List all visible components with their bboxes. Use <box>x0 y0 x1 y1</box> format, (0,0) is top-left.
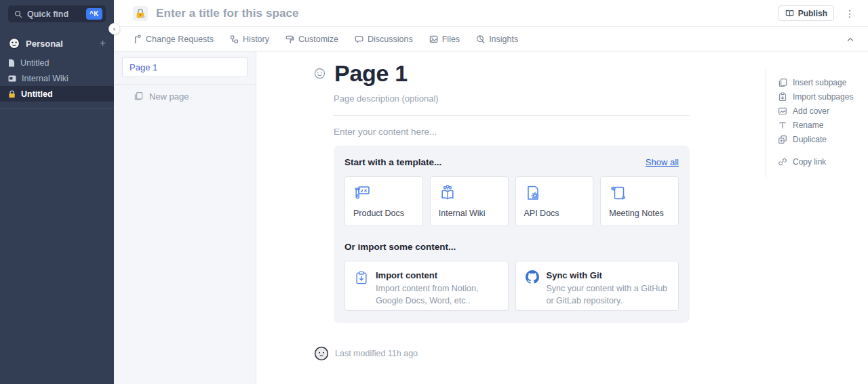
rename-text-icon <box>778 121 787 130</box>
rename-action[interactable]: Rename <box>778 118 868 132</box>
sidebar-item-untitled-1[interactable]: Untitled <box>0 55 114 70</box>
chevron-left-icon: ‹ <box>113 26 115 33</box>
wiki-icon <box>8 75 16 82</box>
page-list-item-active[interactable]: Page 1 <box>122 57 248 77</box>
publish-label: Publish <box>798 9 827 18</box>
sync-with-git-card[interactable]: Sync with Git Sync your content with a G… <box>515 261 679 311</box>
quick-find-shortcut-badge: ^K <box>86 8 102 20</box>
main-area: Enter a title for this space Publish ⋮ C… <box>114 0 868 384</box>
copy-link-icon <box>778 157 787 167</box>
add-cover-action[interactable]: Add cover <box>778 104 868 118</box>
tab-label: Insights <box>489 35 518 44</box>
import-card-title: Import content <box>376 270 498 280</box>
action-label: Rename <box>793 121 823 130</box>
import-cards-row: Import content Import content from Notio… <box>344 261 679 311</box>
change-requests-icon <box>133 35 142 44</box>
lock-icon <box>8 90 16 98</box>
space-header: Enter a title for this space Publish ⋮ <box>114 0 868 27</box>
action-label: Add cover <box>793 106 829 116</box>
tab-label: Files <box>442 35 460 44</box>
sidebar-item-untitled-2-selected[interactable]: Untitled <box>0 86 114 102</box>
tab-history[interactable]: History <box>230 35 269 44</box>
template-card-api-docs[interactable]: API Docs <box>515 176 594 226</box>
sidebar-item-label: Internal Wiki <box>22 74 68 83</box>
action-label: Copy link <box>793 157 826 167</box>
app-window: Quick find ^K Personal + Untitled Intern… <box>0 0 868 384</box>
duplicate-action[interactable]: Duplicate <box>778 132 868 146</box>
tab-customize[interactable]: Customize <box>285 35 338 44</box>
content-placeholder[interactable]: Enter your content here... <box>334 127 690 137</box>
author-avatar <box>314 346 329 361</box>
action-label: Import subpages <box>793 92 853 102</box>
import-subpages-icon <box>778 92 787 102</box>
template-card-label: Meeting Notes <box>609 209 670 218</box>
page-title[interactable]: Page 1 <box>334 60 408 87</box>
collapse-sidebar-button[interactable]: ‹ <box>108 23 120 35</box>
import-card-subtitle: Sync your content with a GitHub or GitLa… <box>547 282 669 307</box>
page-description-input[interactable]: Page description (optional) <box>334 93 690 104</box>
speech-bubble-icon <box>355 35 363 44</box>
show-all-link[interactable]: Show all <box>646 157 679 167</box>
image-icon <box>429 35 438 44</box>
product-docs-icon <box>353 184 414 202</box>
insert-subpage-icon <box>778 78 787 87</box>
space-title-input[interactable]: Enter a title for this space <box>156 7 778 20</box>
more-options-button[interactable]: ⋮ <box>845 9 854 18</box>
sidebar-page-list: Untitled Internal Wiki Untitled <box>0 55 114 102</box>
copy-link-action[interactable]: Copy link <box>778 154 868 169</box>
chevron-up-icon <box>846 37 854 42</box>
tab-insights[interactable]: Insights <box>476 35 518 44</box>
sidebar-divider <box>0 108 114 109</box>
personal-avatar-icon <box>8 37 20 49</box>
last-modified-text: Last modified 11h ago <box>335 349 418 358</box>
import-card-title: Sync with Git <box>547 270 669 280</box>
active-page-label: Page 1 <box>130 62 157 72</box>
new-page-label: New page <box>149 91 189 102</box>
tab-discussions[interactable]: Discussions <box>355 35 413 44</box>
template-card-label: Internal Wiki <box>439 209 500 218</box>
space-name: Personal <box>26 39 94 49</box>
github-icon <box>526 270 539 301</box>
action-label: Duplicate <box>793 135 827 144</box>
template-card-meeting-notes[interactable]: Meeting Notes <box>600 176 679 226</box>
sidebar-item-label: Untitled <box>21 89 53 99</box>
quick-find-search[interactable]: Quick find ^K <box>8 5 106 22</box>
tab-label: History <box>243 35 269 44</box>
space-personal[interactable]: Personal + <box>0 36 114 51</box>
tab-change-requests[interactable]: Change Requests <box>133 35 214 44</box>
meeting-notes-icon <box>609 184 670 202</box>
template-card-product-docs[interactable]: Product Docs <box>344 176 423 226</box>
sidebar-item-internal-wiki[interactable]: Internal Wiki <box>0 70 114 86</box>
title-divider <box>334 115 690 116</box>
new-page-button[interactable]: New page <box>114 89 256 104</box>
import-heading: Or import some content... <box>344 242 679 252</box>
history-icon <box>230 35 239 44</box>
space-tabbar: Change Requests History Customize Discus… <box>114 27 868 51</box>
tab-label: Discussions <box>368 35 413 44</box>
duplicate-icon <box>778 135 787 144</box>
insights-chart-icon <box>476 35 485 44</box>
page-list-panel: Page 1 New page <box>114 51 256 384</box>
collapse-header-button[interactable] <box>846 37 854 42</box>
publish-button[interactable]: Publish <box>778 5 834 21</box>
template-card-label: Product Docs <box>353 209 414 218</box>
import-subpages-action[interactable]: Import subpages <box>778 89 868 104</box>
tab-label: Change Requests <box>146 35 214 44</box>
add-page-button[interactable]: + <box>100 38 106 49</box>
tab-files[interactable]: Files <box>429 35 460 44</box>
insert-subpage-action[interactable]: Insert subpage <box>778 75 868 89</box>
api-docs-icon <box>524 184 585 202</box>
search-icon <box>14 10 22 18</box>
template-card-internal-wiki[interactable]: Internal Wiki <box>430 176 509 226</box>
getting-started-panel: Start with a template... Show all Produc… <box>334 146 690 323</box>
page-list-divider <box>114 84 256 85</box>
space-emoji-button[interactable] <box>133 6 148 21</box>
pages-icon <box>134 91 143 101</box>
document-editor: Page 1 Page description (optional) Enter… <box>256 51 766 384</box>
import-content-card[interactable]: Import content Import content from Notio… <box>344 261 509 311</box>
space-body: Page 1 New page Page 1 <box>114 51 868 384</box>
template-card-label: API Docs <box>524 209 585 218</box>
quick-find-label: Quick find <box>27 9 86 19</box>
page-emoji-smiley-icon[interactable] <box>314 68 326 79</box>
internal-wiki-icon <box>439 184 500 202</box>
